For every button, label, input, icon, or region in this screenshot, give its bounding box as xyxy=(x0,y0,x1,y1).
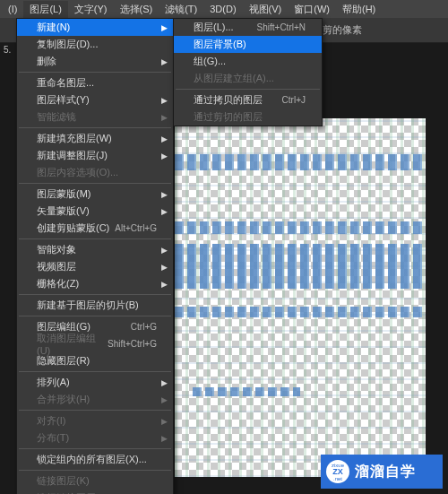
image-stripe xyxy=(175,154,426,170)
menu-item[interactable]: 矢量蒙版(V)▶ xyxy=(17,203,173,220)
menubar-item[interactable]: 3D(D) xyxy=(203,2,242,16)
menubar-item[interactable]: 选择(S) xyxy=(114,1,159,18)
menu-item-label: 图层背景(B) xyxy=(194,38,246,51)
menu-item-label: 视频图层 xyxy=(37,260,76,273)
menu-item[interactable]: 视频图层▶ xyxy=(17,258,173,275)
menu-separator xyxy=(19,294,171,295)
submenu-arrow-icon: ▶ xyxy=(161,207,168,216)
canvas-area[interactable] xyxy=(175,118,426,477)
submenu-arrow-icon: ▶ xyxy=(161,134,168,143)
watermark-logo-big: ZX xyxy=(332,468,343,476)
menu-item[interactable]: 新建调整图层(J)▶ xyxy=(17,147,173,164)
menu-separator xyxy=(19,316,171,316)
menu-item[interactable]: 新建填充图层(W)▶ xyxy=(17,130,173,147)
menu-item-label: 新建基于图层的切片(B) xyxy=(37,299,139,312)
menu-item-label: 重命名图层... xyxy=(37,76,94,90)
image-stripe xyxy=(175,244,426,289)
menu-separator xyxy=(19,470,171,471)
submenu-arrow-icon: ▶ xyxy=(161,96,168,105)
menu-item[interactable]: 图层(L)...Shift+Ctrl+N xyxy=(174,19,322,36)
menu-item-label: 图层样式(Y) xyxy=(37,93,90,107)
menu-item-label: 链接图层(K) xyxy=(37,474,90,488)
menu-item[interactable]: 图层样式(Y)▶ xyxy=(17,91,173,108)
menubar-item[interactable]: 图层(L) xyxy=(23,1,67,18)
menu-item-label: 图层蒙版(M) xyxy=(37,187,91,201)
menu-item-label: 对齐(I) xyxy=(37,414,65,428)
menu-item-label: 排列(A) xyxy=(37,376,70,389)
menu-separator xyxy=(19,371,171,372)
menu-item[interactable]: 智能对象▶ xyxy=(17,241,173,258)
menu-item: 取消图层编组(U)Shift+Ctrl+G xyxy=(17,335,173,352)
menu-item[interactable]: 新建(N)▶ xyxy=(17,19,173,36)
menu-item-label: 锁定组内的所有图层(X)... xyxy=(37,453,147,466)
menu-item-label: 智能对象 xyxy=(37,243,76,256)
menu-item: 图层内容选项(O)... xyxy=(17,164,173,181)
submenu-arrow-icon: ▶ xyxy=(161,246,168,255)
menubar-item[interactable]: 滤镜(T) xyxy=(159,1,203,18)
menu-item-label: 创建剪贴蒙版(C) xyxy=(37,221,109,235)
menu-item[interactable]: 创建剪贴蒙版(C)Alt+Ctrl+G xyxy=(17,220,173,237)
submenu-arrow-icon: ▶ xyxy=(161,378,168,387)
submenu-arrow-icon: ▶ xyxy=(161,190,168,199)
menu-item-label: 复制图层(D)... xyxy=(37,38,98,51)
menu-item[interactable]: 复制图层(D)... xyxy=(17,36,173,53)
submenu-arrow-icon: ▶ xyxy=(161,434,168,443)
menu-item-label: 通过拷贝的图层 xyxy=(194,93,263,107)
watermark-text: 溜溜自学 xyxy=(355,463,416,481)
menu-item[interactable]: 重命名图层... xyxy=(17,74,173,91)
menu-item[interactable]: 图层蒙版(M)▶ xyxy=(17,186,173,203)
menu-item: 从图层建立组(A)... xyxy=(174,70,322,87)
menu-item[interactable]: 删除▶ xyxy=(17,53,173,70)
sidebar-tab: 5. xyxy=(4,45,11,55)
watermark: zixue ZX .net 溜溜自学 xyxy=(321,455,443,489)
menu-item[interactable]: 隐藏图层(R) xyxy=(17,352,173,369)
submenu-arrow-icon: ▶ xyxy=(161,152,168,160)
submenu-arrow-icon: ▶ xyxy=(161,395,168,404)
menu-item-label: 通过剪切的图层 xyxy=(194,110,263,124)
menu-separator xyxy=(19,238,171,239)
image-stripe xyxy=(193,387,300,396)
menu-item-shortcut: Shift+Ctrl+N xyxy=(257,22,306,32)
menu-item: 智能滤镜▶ xyxy=(17,108,173,126)
submenu-arrow-icon: ▶ xyxy=(161,417,168,426)
menubar-item[interactable]: 文字(Y) xyxy=(68,1,114,18)
menu-item-shortcut: Alt+Ctrl+G xyxy=(115,223,157,233)
menu-separator xyxy=(19,72,171,73)
menu-item-label: 图层内容选项(O)... xyxy=(37,166,118,179)
menu-item[interactable]: 新建基于图层的切片(B) xyxy=(17,297,173,314)
submenu-arrow-icon: ▶ xyxy=(161,113,168,122)
menu-item-label: 隐藏图层(R) xyxy=(37,354,90,368)
menubar-item[interactable]: 帮助(H) xyxy=(336,1,382,18)
submenu-arrow-icon: ▶ xyxy=(161,57,168,66)
submenu-arrow-icon: ▶ xyxy=(161,280,168,289)
menu-item-label: 合并形状(H) xyxy=(37,393,90,406)
menu-item-label: 栅格化(Z) xyxy=(37,277,79,290)
menu-item-label: 从图层建立组(A)... xyxy=(194,72,274,85)
watermark-logo-site: .net xyxy=(333,476,342,481)
menubar-item[interactable]: (I) xyxy=(2,2,23,16)
menu-item: 合并形状(H)▶ xyxy=(17,391,173,408)
menu-item[interactable]: 通过拷贝的图层Ctrl+J xyxy=(174,91,322,108)
menu-item[interactable]: 锁定组内的所有图层(X)... xyxy=(17,451,173,468)
image-stripe xyxy=(175,221,426,234)
menu-item-shortcut: Ctrl+J xyxy=(282,95,306,105)
menu-item-label: 智能滤镜 xyxy=(37,110,76,124)
submenu-arrow-icon: ▶ xyxy=(161,23,168,32)
menu-item: 链接图层(K) xyxy=(17,472,173,490)
transparency-bg xyxy=(175,118,426,477)
menu-item-label: 分布(T) xyxy=(37,431,69,445)
menu-separator xyxy=(19,127,171,128)
menu-item[interactable]: 排列(A)▶ xyxy=(17,374,173,391)
menu-item[interactable]: 图层背景(B) xyxy=(174,36,322,53)
menubar: (I)图层(L)文字(Y)选择(S)滤镜(T)3D(D)视图(V)窗口(W)帮助… xyxy=(0,0,448,18)
menu-separator xyxy=(19,448,171,449)
menubar-item[interactable]: 窗口(W) xyxy=(288,1,336,18)
menu-item: 通过剪切的图层 xyxy=(174,108,322,126)
menubar-item[interactable]: 视图(V) xyxy=(243,1,289,18)
menu-item-shortcut: Ctrl+G xyxy=(131,322,157,332)
menu-item[interactable]: 组(G)... xyxy=(174,53,322,70)
menu-item[interactable]: 栅格化(Z)▶ xyxy=(17,275,173,292)
menu-separator xyxy=(19,183,171,184)
image-content xyxy=(175,118,426,477)
options-text: 剪的像素 xyxy=(323,23,362,37)
